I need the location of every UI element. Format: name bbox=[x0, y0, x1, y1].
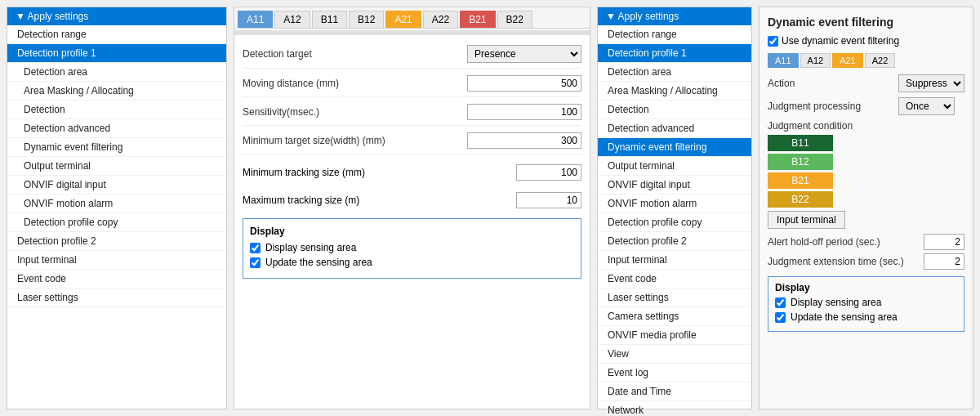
judgment-ext-input[interactable] bbox=[924, 253, 964, 270]
left-nav-item[interactable]: Detection advanced bbox=[7, 119, 226, 138]
judgment-select[interactable]: Once Always bbox=[898, 97, 955, 115]
left-nav-item[interactable]: Detection profile copy bbox=[7, 213, 226, 232]
middle-tab[interactable]: B12 bbox=[349, 11, 384, 28]
middle-check2-label: Update the sensing area bbox=[265, 257, 372, 268]
max-tracking-label: Maximum tracking size (m) bbox=[243, 195, 516, 206]
right-nav-item[interactable]: Detection range bbox=[598, 25, 751, 44]
middle-check2-row: Update the sensing area bbox=[250, 257, 574, 268]
left-nav-item[interactable]: Detection profile 2 bbox=[7, 232, 226, 251]
min-tracking-input[interactable] bbox=[516, 164, 581, 181]
right-nav-item[interactable]: Detection advanced bbox=[598, 119, 751, 138]
left-nav-item[interactable]: Output terminal bbox=[7, 157, 226, 176]
middle-check1-checkbox[interactable] bbox=[250, 243, 261, 253]
left-nav-item[interactable]: Detection bbox=[7, 101, 226, 119]
alert-hold-label: Alert hold-off period (sec.) bbox=[768, 236, 924, 248]
left-nav-item[interactable]: Input terminal bbox=[7, 251, 226, 270]
left-apply-button[interactable]: ▼ Apply settings bbox=[7, 7, 226, 25]
left-nav-item[interactable]: Detection range bbox=[7, 25, 226, 44]
right-nav-item[interactable]: Event code bbox=[598, 270, 751, 289]
detection-target-label: Detection target bbox=[243, 48, 467, 60]
right-apply-button[interactable]: ▼ Apply settings bbox=[598, 7, 751, 25]
right-nav-item[interactable]: Area Masking / Allocating bbox=[598, 82, 751, 101]
middle-tab[interactable]: A12 bbox=[274, 11, 310, 28]
middle-tab[interactable]: B11 bbox=[312, 11, 347, 28]
middle-tab[interactable]: B22 bbox=[497, 11, 532, 28]
right-nav-item[interactable]: ONVIF motion alarm bbox=[598, 195, 751, 213]
zone-tab[interactable]: A22 bbox=[865, 53, 896, 68]
left-navigation-panel: ▼ Apply settings Detection rangeDetectio… bbox=[7, 7, 227, 409]
left-nav-item[interactable]: Laser settings bbox=[7, 289, 226, 307]
right-nav-item[interactable]: Event log bbox=[598, 364, 751, 382]
judgment-label: Judgment processing bbox=[768, 101, 898, 112]
right-nav-item[interactable]: Date and Time bbox=[598, 382, 751, 401]
left-nav-item[interactable]: Dynamic event filtering bbox=[7, 138, 226, 157]
zone-tab[interactable]: A12 bbox=[800, 53, 831, 68]
input-terminal-button[interactable]: Input terminal bbox=[768, 211, 845, 229]
right-check2-checkbox[interactable] bbox=[775, 312, 786, 323]
right-nav-item[interactable]: Detection profile 1 bbox=[598, 44, 751, 63]
right-nav-item[interactable]: Network bbox=[598, 401, 751, 416]
right-nav-item[interactable]: Input terminal bbox=[598, 251, 751, 270]
right-nav-item[interactable]: Detection area bbox=[598, 63, 751, 82]
right-check2-label: Update the sensing area bbox=[791, 311, 898, 323]
left-nav-item[interactable]: ONVIF motion alarm bbox=[7, 195, 226, 213]
min-target-label: Minimum target size(width) (mm) bbox=[243, 135, 467, 146]
min-target-row: Minimum target size(width) (mm) bbox=[243, 132, 581, 154]
right-nav-item[interactable]: Laser settings bbox=[598, 289, 751, 307]
middle-tab[interactable]: A22 bbox=[423, 11, 458, 28]
min-tracking-label: Minimum tracking size (mm) bbox=[243, 167, 516, 178]
action-label: Action bbox=[768, 78, 898, 89]
right-display-title: Display bbox=[775, 282, 957, 293]
jc-button-b12[interactable]: B12 bbox=[768, 154, 833, 170]
judgment-condition-buttons: B11B12B21B22 bbox=[768, 135, 964, 208]
moving-distance-label: Moving distance (mm) bbox=[243, 78, 467, 89]
max-tracking-input[interactable] bbox=[516, 192, 581, 208]
left-nav-item[interactable]: Event code bbox=[7, 270, 226, 289]
action-row: Action Suppress Allow bbox=[768, 74, 964, 92]
right-check1-checkbox[interactable] bbox=[775, 297, 786, 308]
right-nav-item[interactable]: ONVIF media profile bbox=[598, 326, 751, 345]
moving-distance-row: Moving distance (mm) bbox=[243, 75, 581, 97]
right-nav-item[interactable]: View bbox=[598, 345, 751, 364]
middle-display-section: Display Display sensing area Update the … bbox=[243, 218, 581, 279]
min-tracking-row: Minimum tracking size (mm) bbox=[243, 161, 581, 184]
dynamic-event-panel: Dynamic event filtering Use dynamic even… bbox=[759, 7, 973, 409]
detection-target-row: Detection target PresenceMotionBoth bbox=[243, 45, 581, 69]
max-tracking-row: Maximum tracking size (m) bbox=[243, 189, 581, 212]
right-check1-label: Display sensing area bbox=[791, 297, 881, 308]
right-nav-item[interactable]: Detection bbox=[598, 101, 751, 119]
middle-check2-checkbox[interactable] bbox=[250, 257, 261, 268]
jc-button-b11[interactable]: B11 bbox=[768, 135, 833, 151]
min-target-input[interactable] bbox=[467, 132, 581, 149]
moving-distance-input[interactable] bbox=[467, 75, 581, 92]
middle-check1-label: Display sensing area bbox=[265, 242, 356, 253]
judgment-row: Judgment processing Once Always bbox=[768, 97, 964, 115]
action-select[interactable]: Suppress Allow bbox=[898, 74, 964, 92]
right-nav-panel: ▼ Apply settings Detection rangeDetectio… bbox=[597, 7, 752, 409]
right-nav-item[interactable]: Detection profile 2 bbox=[598, 232, 751, 251]
left-nav-item[interactable]: Area Masking / Allocating bbox=[7, 82, 226, 101]
alert-hold-input[interactable] bbox=[924, 234, 964, 250]
jc-button-b22[interactable]: B22 bbox=[768, 191, 833, 208]
right-nav-item[interactable]: Dynamic event filtering bbox=[598, 138, 751, 157]
left-nav-item[interactable]: ONVIF digital input bbox=[7, 176, 226, 195]
detection-target-select[interactable]: PresenceMotionBoth bbox=[467, 45, 581, 63]
zone-tab[interactable]: A21 bbox=[832, 53, 863, 68]
right-nav-item[interactable]: ONVIF digital input bbox=[598, 176, 751, 195]
alert-hold-row: Alert hold-off period (sec.) bbox=[768, 234, 964, 250]
middle-tab[interactable]: A21 bbox=[385, 11, 421, 28]
left-nav-item[interactable]: Detection area bbox=[7, 63, 226, 82]
use-dynamic-row: Use dynamic event filtering bbox=[768, 35, 964, 47]
sensitivity-input[interactable] bbox=[467, 104, 581, 120]
middle-tab[interactable]: A11 bbox=[238, 11, 273, 28]
use-dynamic-checkbox[interactable] bbox=[768, 36, 778, 47]
right-nav-item[interactable]: Output terminal bbox=[598, 157, 751, 176]
jc-button-b21[interactable]: B21 bbox=[768, 172, 833, 189]
right-nav-item[interactable]: Detection profile copy bbox=[598, 213, 751, 232]
zone-tab[interactable]: A11 bbox=[768, 53, 799, 68]
right-nav-item[interactable]: Camera settings bbox=[598, 307, 751, 326]
left-nav-item[interactable]: Detection profile 1 bbox=[7, 44, 226, 63]
right-nav-list: Detection rangeDetection profile 1Detect… bbox=[598, 25, 751, 416]
sensitivity-row: Sensitivity(msec.) bbox=[243, 104, 581, 126]
middle-tab[interactable]: B21 bbox=[460, 11, 495, 28]
